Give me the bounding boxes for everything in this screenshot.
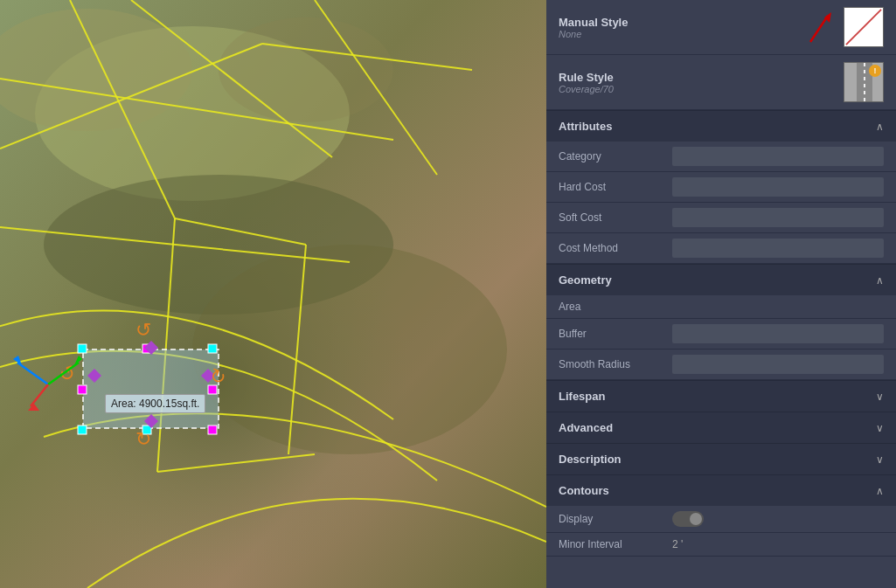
rule-style-text: Rule Style Coverage/70: [559, 71, 837, 94]
manual-style-row: Manual Style None: [546, 0, 896, 55]
soft-cost-input[interactable]: [672, 208, 884, 227]
svg-text:↺: ↺: [135, 319, 151, 341]
manual-style-label: Manual Style: [559, 16, 777, 29]
attributes-section-header[interactable]: Attributes ∧: [546, 110, 896, 142]
advanced-section-header[interactable]: Advanced ∨: [546, 412, 896, 443]
main-container: ↺ ↻ ↺ ↻ Area: 4900.15sq.ft. Manual Style: [0, 0, 896, 588]
description-chevron: ∨: [876, 453, 884, 466]
toggle-knob: [690, 513, 702, 525]
category-row: Category: [546, 142, 896, 172]
buffer-row: Buffer: [546, 319, 896, 349]
minor-interval-label: Minor Interval: [559, 538, 663, 550]
category-input[interactable]: [672, 147, 884, 166]
rule-style-sub: Coverage/70: [559, 84, 837, 94]
cost-method-label: Cost Method: [559, 242, 663, 254]
contours-chevron: ∧: [876, 485, 884, 497]
svg-line-43: [846, 10, 881, 45]
cost-method-row: Cost Method: [546, 233, 896, 264]
lifespan-section-header[interactable]: Lifespan ∨: [546, 380, 896, 412]
svg-rect-24: [78, 425, 87, 434]
geometry-chevron: ∧: [876, 274, 884, 287]
svg-rect-21: [208, 344, 217, 353]
manual-style-sub: None: [559, 29, 777, 39]
lifespan-label: Lifespan: [559, 390, 605, 403]
map-area: ↺ ↻ ↺ ↻ Area: 4900.15sq.ft.: [0, 0, 546, 588]
geometry-label: Geometry: [559, 273, 612, 287]
soft-cost-row: Soft Cost: [546, 203, 896, 233]
area-row: Area: [546, 295, 896, 319]
right-panel: Manual Style None Rule Style Coverage/70: [546, 0, 896, 588]
hard-cost-row: Hard Cost: [546, 172, 896, 203]
advanced-chevron: ∨: [876, 422, 884, 434]
svg-point-6: [192, 245, 507, 454]
manual-style-thumbnail[interactable]: [844, 7, 884, 47]
description-label: Description: [559, 453, 622, 466]
soft-cost-label: Soft Cost: [559, 211, 663, 224]
display-label: Display: [559, 513, 663, 525]
minor-interval-row: Minor Interval 2 ': [546, 533, 896, 557]
contours-section-header[interactable]: Contours ∧: [546, 474, 896, 506]
buffer-input[interactable]: [672, 324, 884, 343]
attributes-chevron: ∧: [876, 121, 884, 133]
map-background: ↺ ↻ ↺ ↻ Area: 4900.15sq.ft.: [0, 0, 546, 588]
rule-style-label: Rule Style: [559, 71, 837, 84]
area-label: Area: 4900.15sq.ft.: [105, 394, 205, 413]
contours-label: Contours: [559, 484, 609, 497]
display-row: Display: [546, 506, 896, 533]
advanced-label: Advanced: [559, 421, 613, 434]
description-section-header[interactable]: Description ∨: [546, 443, 896, 474]
svg-point-4: [219, 17, 393, 122]
hard-cost-label: Hard Cost: [559, 181, 663, 193]
smooth-radius-label: Smooth Radius: [559, 358, 663, 370]
attributes-label: Attributes: [559, 120, 612, 133]
lifespan-chevron: ∨: [876, 391, 884, 403]
category-label: Category: [559, 150, 663, 163]
warning-badge: !: [869, 65, 881, 77]
smooth-radius-input[interactable]: [672, 355, 884, 374]
svg-line-41: [810, 16, 828, 42]
display-toggle[interactable]: [672, 511, 704, 527]
cost-method-input[interactable]: [672, 239, 884, 258]
svg-text:↻: ↻: [135, 428, 151, 450]
minor-interval-value: 2 ': [672, 538, 683, 550]
svg-rect-26: [208, 425, 217, 434]
display-toggle-container: [672, 511, 704, 527]
rule-style-row: Rule Style Coverage/70 !: [546, 55, 896, 110]
smooth-radius-row: Smooth Radius: [546, 349, 896, 380]
area-field-label: Area: [559, 301, 663, 313]
arrow-annotation-area: [784, 7, 837, 47]
geometry-section-header[interactable]: Geometry ∧: [546, 264, 896, 295]
rule-style-thumbnail[interactable]: !: [844, 62, 884, 102]
manual-style-text: Manual Style None: [559, 16, 777, 39]
hard-cost-input[interactable]: [672, 177, 884, 197]
red-arrow-svg: [784, 7, 837, 47]
svg-rect-22: [78, 385, 87, 394]
svg-rect-19: [78, 344, 87, 353]
slash-icon: [844, 8, 883, 46]
map-svg: ↺ ↻ ↺ ↻: [0, 0, 546, 588]
buffer-label: Buffer: [559, 328, 663, 340]
